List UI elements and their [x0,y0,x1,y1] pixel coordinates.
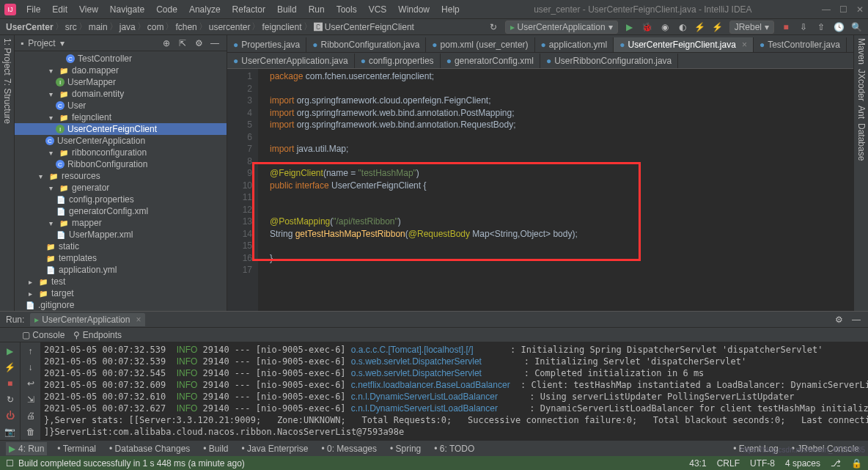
print-icon[interactable]: 🖨 [25,410,37,422]
vcs-update-icon[interactable]: ⇩ [798,21,809,33]
right-stripe-maven[interactable]: Maven [856,38,867,65]
tree-item-test[interactable]: ▸📁test [15,276,227,287]
editor-tab-pom-xml--user-center-[interactable]: ●pom.xml (user_center) [426,37,534,52]
down-icon[interactable]: ↓ [25,361,37,373]
tree-item-testcontroller[interactable]: CTestController [15,53,227,65]
editor-tab-properties-java[interactable]: ●Properties.java [227,37,306,52]
rerun-icon[interactable]: ▶ [4,345,16,357]
jrebel-selector[interactable]: JRebel ▾ [729,21,774,34]
git-branch[interactable]: ⎇ [831,458,841,469]
run-tab[interactable]: ▸UserCenterApplication× [30,313,145,326]
code-line-16[interactable]: } [270,252,853,265]
bottom-tab-javaenterprise[interactable]: • Java Enterprise [239,442,312,455]
code-line-11[interactable] [270,191,853,204]
tree-item-usermapper-xml[interactable]: 📄UserMapper.xml [15,229,227,240]
editor-tab-testcontroller-java[interactable]: ●TestController.java [754,37,847,52]
menu-help[interactable]: Help [437,3,464,16]
left-stripe-project[interactable]: 1: Project [1,38,12,76]
code-line-9[interactable]: @FeignClient(name = "testHashMap") [270,167,853,180]
tree-item-user[interactable]: CUser [15,100,227,111]
tree-item-dao-mapper[interactable]: ▾📁dao.mapper [15,65,227,76]
bottom-tab-messages[interactable]: • 0: Messages [318,442,380,455]
minimize-icon[interactable]: — [822,4,831,15]
code-line-14[interactable]: String getTestHashMapTestRibbon(@Request… [270,228,853,240]
tree-item-config-properties[interactable]: 📄config.properties [15,194,227,205]
run-subtab-console[interactable]: ▢ Console [22,330,65,340]
code-line-13[interactable]: @PostMapping("/api/testRibbon") [270,216,853,228]
editor-body[interactable]: 1234567891011121314151617 package com.fc… [227,69,853,311]
bottom-tab-terminal[interactable]: • Terminal [54,442,99,455]
bottom-tab-todo[interactable]: • 6: TODO [431,442,477,455]
editor-tab-usercenterapplication-java[interactable]: ●UserCenterApplication.java [227,54,355,68]
clear-icon[interactable]: 🗑 [25,426,37,438]
lock-icon[interactable]: 🔒 [851,458,862,469]
breadcrumb-src[interactable]: src [65,22,77,32]
menu-vcs[interactable]: VCS [364,3,391,16]
editor-tab-application-yml[interactable]: ●application.yml [535,37,614,52]
menu-analyze[interactable]: Analyze [185,3,225,16]
menu-navigate[interactable]: Navigate [106,3,149,16]
menu-refactor[interactable]: Refactor [228,3,270,16]
breadcrumb-usercenter[interactable]: UserCenter [6,22,54,32]
stop-run-icon[interactable]: ■ [4,378,16,389]
breadcrumb-usercenter[interactable]: usercenter [209,22,251,32]
profile-icon[interactable]: ◐ [677,21,688,33]
tree-item-resources[interactable]: ▾📁resources [15,170,227,182]
hide-icon[interactable]: — [209,37,221,49]
tree-item--gitignore[interactable]: 📄.gitignore [15,299,227,311]
menu-code[interactable]: Code [152,3,182,16]
menu-file[interactable]: File [22,3,45,16]
line-separator[interactable]: CRLF [717,458,740,469]
tree-item-feignclient[interactable]: ▾📁feignclient [15,111,227,123]
tree-item-application-yml[interactable]: 📄application.yml [15,264,227,276]
project-tree[interactable]: CTestController▾📁dao.mapperIUserMapper▾📁… [15,51,227,311]
editor-tab-usercenterfeignclient-java[interactable]: ●UserCenterFeignClient.java× [614,37,754,52]
run-config-selector[interactable]: ▸UserCenterApplication▾ [505,21,618,34]
debug-icon[interactable]: 🐞 [641,21,653,33]
menu-edit[interactable]: Edit [48,3,72,16]
search-icon[interactable]: 🔍 [850,21,862,33]
tree-item-static[interactable]: 📁static [15,240,227,252]
vcs-history-icon[interactable]: 🕓 [833,21,845,33]
code-line-7[interactable]: import java.util.Map; [270,143,853,155]
wrap-icon[interactable]: ↩ [25,378,37,389]
code-line-10[interactable]: public interface UserCenterFeignClient { [270,180,853,192]
indent[interactable]: 4 spaces [785,458,820,469]
tree-item-usercenterfeignclient[interactable]: IUserCenterFeignClient [15,123,227,135]
code-line-17[interactable] [270,264,853,276]
tree-item-usermapper[interactable]: IUserMapper [15,76,227,88]
tree-item-ribbonconfiguration[interactable]: CRibbonConfiguration [15,158,227,170]
close-icon[interactable]: ✕ [856,4,864,15]
menu-tools[interactable]: Tools [332,3,361,16]
breadcrumb-java[interactable]: java [119,22,136,32]
bottom-tab-build[interactable]: • Build [200,442,231,455]
breadcrumb-usercenterfeignclient[interactable]: 🅲 UserCenterFeignClient [314,22,414,32]
tree-item-domain-entity[interactable]: ▾📁domain.entity [15,88,227,100]
left-stripe-structure[interactable]: 7: Structure [1,78,12,124]
code-line-2[interactable] [270,83,853,95]
bottom-tab-databasechanges[interactable]: • Database Changes [106,442,193,455]
code-line-3[interactable]: import org.springframework.cloud.openfei… [270,95,853,107]
code-line-5[interactable]: import org.springframework.web.bind.anno… [270,119,853,131]
tree-item-target[interactable]: ▸📁target [15,287,227,299]
breadcrumb-com[interactable]: com [147,22,164,32]
tree-item-generator[interactable]: ▾📁generator [15,182,227,194]
jrebel-icon[interactable]: ⚡ [4,361,16,373]
scroll-icon[interactable]: ⇲ [25,394,37,405]
run-hide-icon[interactable]: — [850,314,862,326]
sync-icon[interactable]: ↻ [488,21,499,33]
code-line-1[interactable]: package com.fchen.usercenter.feignclient… [270,70,853,83]
breadcrumb-feignclient[interactable]: feignclient [262,22,301,32]
editor-tab-ribbonconfiguration-java[interactable]: ●RibbonConfiguration.java [306,37,426,52]
up-icon[interactable]: ↑ [25,345,37,357]
code-content[interactable]: package com.fchen.usercenter.feignclient… [258,69,853,311]
vcs-commit-icon[interactable]: ⇧ [815,21,827,33]
editor-tab-config-properties[interactable]: ●config.properties [355,54,441,68]
console-output[interactable]: 2021-05-05 00:07:32.539 INFO 29140 --- [… [41,342,868,454]
tree-item-templates[interactable]: 📁templates [15,252,227,264]
encoding[interactable]: UTF-8 [750,458,775,469]
maximize-icon[interactable]: ☐ [839,4,847,15]
collapse-icon[interactable]: ⇱ [177,37,188,49]
gear-icon[interactable]: ⚙ [193,37,205,49]
tree-item-ribbonconfiguration[interactable]: ▾📁ribbonconfiguration [15,147,227,158]
